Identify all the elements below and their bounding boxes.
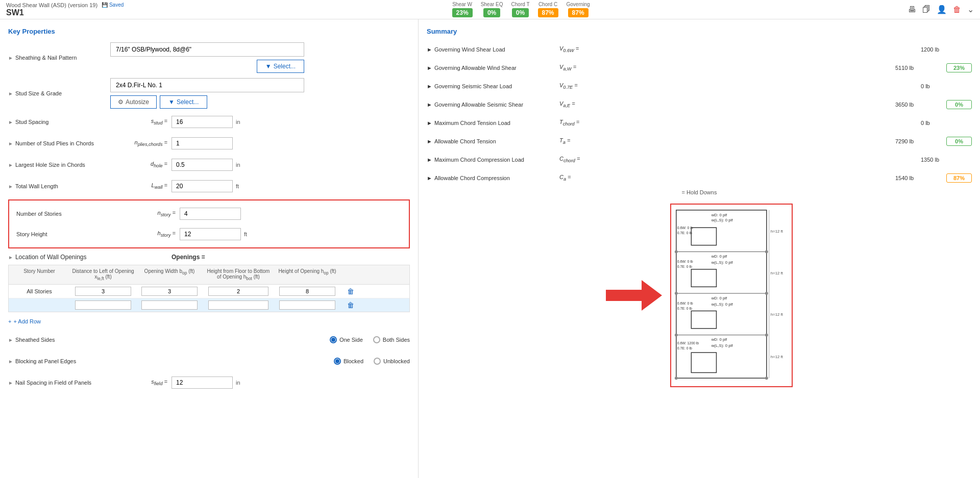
svg-rect-35 xyxy=(691,353,716,372)
stud-select-button[interactable]: ▼ Select... xyxy=(160,95,207,109)
stud-spacing-row: ► Stud Spacing sstud = in xyxy=(8,114,410,130)
summary-allowable-wind-badge: 23% xyxy=(946,63,972,72)
table-row-empty: 🗑 xyxy=(9,298,409,312)
summary-allowable-chord-compression-label: ► Allowable Chord Compression xyxy=(427,175,559,181)
nail-spacing-label: ► Nail Spacing in Field of Panels xyxy=(8,380,110,386)
svg-text:w(L,S): 0 plf: w(L,S): 0 plf xyxy=(711,302,733,307)
wall-diagram-svg: wD: 0 plf w(L,S): 0 plf 0.6W: 0 lb 0.7E:… xyxy=(670,204,793,387)
metric-shear-w-label: Shear W xyxy=(452,2,472,7)
row2-width-input[interactable] xyxy=(141,300,198,310)
summary-allowable-chord-tension-formula: Ta = xyxy=(559,137,895,145)
summary-allowable-chord-compression-badge: 87% xyxy=(946,173,972,183)
stud-plies-formula: nplies,chords = xyxy=(110,139,172,147)
autosize-icon: ⚙ xyxy=(118,98,124,106)
summary-wind-shear-load-formula: V0.6W = xyxy=(559,45,921,53)
sheathing-value-input[interactable] xyxy=(110,42,304,57)
row1-width xyxy=(136,286,203,297)
delete-icon[interactable]: 🗑 xyxy=(953,5,961,14)
stud-value-input[interactable] xyxy=(110,78,304,92)
summary-allowable-wind-label: ► Governing Allowable Wind Shear xyxy=(427,65,559,71)
print-icon[interactable]: 🖶 xyxy=(908,5,916,14)
row2-height-floor-input[interactable] xyxy=(208,300,269,310)
sheathed-sides-oneside[interactable]: One Side xyxy=(330,336,363,343)
col-header-delete xyxy=(340,267,361,282)
row1-delete-button[interactable]: 🗑 xyxy=(347,287,354,295)
nail-spacing-input[interactable] xyxy=(172,376,233,389)
stud-autosize-button[interactable]: ⚙ Autosize xyxy=(110,95,157,109)
row2-dist-input[interactable] xyxy=(75,300,131,310)
header: Wood Shear Wall (ASD) (version 19) 💾 Sav… xyxy=(0,0,980,19)
row2-height-op-input[interactable] xyxy=(279,300,335,310)
unblocked-radio[interactable] xyxy=(374,358,381,365)
story-height-row: Story Height hstory = ft xyxy=(16,226,402,242)
hole-size-input[interactable] xyxy=(172,159,233,171)
row2-delete-button[interactable]: 🗑 xyxy=(347,301,354,309)
wall-length-formula: Lwall = xyxy=(110,182,172,190)
row1-height-floor-input[interactable] xyxy=(208,287,269,296)
wall-length-input[interactable] xyxy=(172,180,233,192)
num-stories-input[interactable] xyxy=(180,208,241,220)
expand-icon[interactable]: ⌄ xyxy=(967,5,974,14)
sheathed-sides-radio-group: One Side Both Sides xyxy=(120,336,410,343)
metric-shear-eq: Shear EQ 0% xyxy=(481,2,503,17)
metric-shear-w: Shear W 23% xyxy=(452,2,473,17)
svg-text:h=12 ft: h=12 ft xyxy=(771,312,783,317)
summary-chord-tension-load-formula: Tchord = xyxy=(559,119,921,127)
metric-chord-t-label: Chord T xyxy=(511,2,530,7)
sheathed-sides-bothsides[interactable]: Both Sides xyxy=(373,336,410,343)
copy-icon[interactable]: 🗍 xyxy=(922,5,930,14)
hole-size-unit: in xyxy=(236,162,240,168)
diagram-container: wD: 0 plf w(L,S): 0 plf 0.6W: 0 lb 0.7E:… xyxy=(427,204,972,387)
stud-input-group: ⚙ Autosize ▼ Select... xyxy=(110,78,304,109)
svg-rect-17 xyxy=(691,269,716,287)
svg-text:0.6W: 0 lb: 0.6W: 0 lb xyxy=(677,301,693,305)
summary-chord-compression-load-value: 1350 lb xyxy=(921,157,972,163)
stud-plies-input[interactable] xyxy=(172,137,233,149)
stud-spacing-label: ► Stud Spacing xyxy=(8,119,110,125)
sheathed-oneside-radio[interactable] xyxy=(330,336,337,343)
summary-allowable-seismic-badge: 0% xyxy=(946,100,972,109)
svg-rect-0 xyxy=(676,210,767,378)
stud-spacing-input[interactable] xyxy=(172,116,233,128)
metric-chord-c-label: Chord C xyxy=(538,2,557,7)
metric-chord-t-value: 0% xyxy=(512,8,529,17)
svg-text:wD: 0 plf: wD: 0 plf xyxy=(711,213,727,217)
summary-allowable-chord-compression-value: 1540 lb xyxy=(895,175,946,181)
sheathed-bothsides-radio[interactable] xyxy=(373,336,380,343)
table-row: All Stories 🗑 xyxy=(9,285,409,298)
blocking-blocked[interactable]: Blocked xyxy=(334,358,363,365)
stud-spacing-unit: in xyxy=(236,119,240,125)
col-header-height-op: Height of Opening hop (ft) xyxy=(274,267,340,282)
blocked-label: Blocked xyxy=(344,358,363,364)
blocking-unblocked[interactable]: Unblocked xyxy=(374,358,410,365)
summary-chord-compression-load-formula: Cchord = xyxy=(559,156,921,163)
story-height-input[interactable] xyxy=(180,228,241,240)
row1-width-input[interactable] xyxy=(141,287,198,296)
add-row-button[interactable]: + + Add Row xyxy=(8,316,41,326)
col-header-dist: Distance to Left of Opening xle,ft (ft) xyxy=(70,267,136,282)
summary-seismic-shear-load-formula: V0.7E = xyxy=(559,82,921,90)
unblocked-label: Unblocked xyxy=(383,358,410,364)
openings-table-header: Story Number Distance to Left of Opening… xyxy=(9,265,409,285)
share-icon[interactable]: 👤 xyxy=(937,5,947,14)
num-stories-formula: nstory = xyxy=(118,210,180,217)
svg-point-18 xyxy=(675,292,678,295)
summary-chord-tension-load-label: ► Maximum Chord Tension Load xyxy=(427,120,559,126)
row1-dist-input[interactable] xyxy=(75,287,131,296)
row1-height-op-input[interactable] xyxy=(279,287,335,296)
summary-row-seismic-shear-load: ► Governing Seismic Shear Load V0.7E = 0… xyxy=(427,79,972,93)
col-header-height-floor: Height from Floor to Bottom of Opening h… xyxy=(203,267,274,282)
stud-label: ► Stud Size & Grade xyxy=(8,90,110,96)
sheathing-select-button[interactable]: ▼ Select... xyxy=(257,60,304,73)
app-name: Wood Shear Wall (ASD) (version 19) xyxy=(6,2,97,8)
row2-story xyxy=(9,304,70,306)
summary-row-allowable-chord-tension: ► Allowable Chord Tension Ta = 7290 lb 0… xyxy=(427,134,972,148)
blocked-radio[interactable] xyxy=(334,358,341,365)
right-panel: Summary ► Governing Wind Shear Load V0.6… xyxy=(419,19,980,478)
metric-governing-value: 87% xyxy=(568,8,589,17)
row1-dist xyxy=(70,286,136,297)
summary-allowable-chord-tension-label: ► Allowable Chord Tension xyxy=(427,138,559,144)
svg-rect-26 xyxy=(691,311,716,328)
summary-row-allowable-seismic: ► Governing Allowable Seismic Shear Va,E… xyxy=(427,97,972,112)
svg-text:0.7E: 0 lb: 0.7E: 0 lb xyxy=(677,307,692,310)
